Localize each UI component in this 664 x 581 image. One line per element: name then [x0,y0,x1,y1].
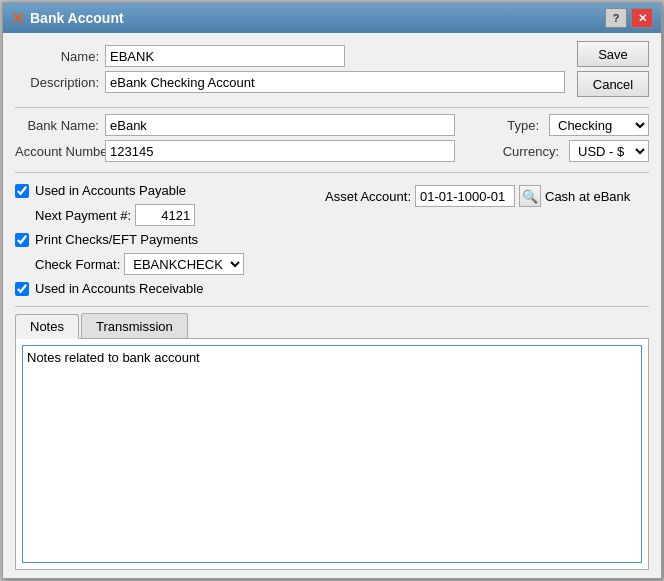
lower-section: Used in Accounts Payable Next Payment #:… [15,183,649,296]
acct-number-group: Account Number: [15,140,495,162]
accounts-payable-row: Used in Accounts Payable [15,183,315,198]
description-input[interactable] [105,71,565,93]
name-row: Name: [15,45,567,67]
divider-3 [15,306,649,307]
currency-group: Currency: USD - $ EUR - € GBP - £ [503,140,649,162]
dialog-body: Name: Description: Save Cancel Bank Name… [3,33,661,578]
divider-1 [15,107,649,108]
account-number-label: Account Number: [15,144,105,159]
type-group: Type: Checking Savings [507,114,649,136]
notes-textarea[interactable]: Notes related to bank account [22,345,642,563]
cancel-button[interactable]: Cancel [577,71,649,97]
check-format-row: Check Format: EBANKCHECK STANDARD [15,253,315,275]
bank-name-row: Bank Name: Type: Checking Savings [15,114,649,136]
next-payment-input[interactable] [135,204,195,226]
save-button[interactable]: Save [577,41,649,67]
bank-account-dialog: ✕ Bank Account ? ✕ Name: Description: S [2,2,662,579]
search-icon: 🔍 [522,189,538,204]
name-label: Name: [15,49,105,64]
asset-account-input[interactable] [415,185,515,207]
print-checks-label: Print Checks/EFT Payments [35,232,198,247]
close-button[interactable]: ✕ [631,8,653,28]
divider-2 [15,172,649,173]
tab-transmission[interactable]: Transmission [81,313,188,338]
print-checks-checkbox[interactable] [15,233,29,247]
currency-select[interactable]: USD - $ EUR - € GBP - £ [569,140,649,162]
tabs-section: Notes Transmission Notes related to bank… [15,313,649,570]
type-label: Type: [507,118,545,133]
dialog-title: Bank Account [30,10,124,26]
top-fields: Name: Description: [15,45,567,93]
bank-name-label: Bank Name: [15,118,105,133]
left-panel: Used in Accounts Payable Next Payment #:… [15,183,315,296]
check-format-label: Check Format: [35,257,120,272]
asset-account-label: Asset Account: [325,189,411,204]
accounts-payable-label: Used in Accounts Payable [35,183,186,198]
top-row: Name: Description: Save Cancel [15,41,649,97]
tab-content-notes: Notes related to bank account [15,339,649,570]
type-select[interactable]: Checking Savings [549,114,649,136]
middle-fields: Bank Name: Type: Checking Savings Accoun… [15,114,649,162]
account-number-row: Account Number: Currency: USD - $ EUR - … [15,140,649,162]
asset-account-search-button[interactable]: 🔍 [519,185,541,207]
title-bar-left: ✕ Bank Account [11,9,124,28]
description-row: Description: [15,71,567,93]
asset-account-description: Cash at eBank [545,189,630,204]
check-format-select[interactable]: EBANKCHECK STANDARD [124,253,244,275]
print-checks-row: Print Checks/EFT Payments [15,232,315,247]
title-bar: ✕ Bank Account ? ✕ [3,3,661,33]
asset-account-row: Asset Account: 🔍 Cash at eBank [325,185,649,207]
title-bar-controls: ? ✕ [605,8,653,28]
accounts-receivable-label: Used in Accounts Receivable [35,281,203,296]
next-payment-label: Next Payment #: [35,208,131,223]
bank-name-input[interactable] [105,114,455,136]
accounts-receivable-row: Used in Accounts Receivable [15,281,315,296]
bank-name-group: Bank Name: [15,114,499,136]
next-payment-row: Next Payment #: [15,204,315,226]
accounts-payable-checkbox[interactable] [15,184,29,198]
tab-notes[interactable]: Notes [15,314,79,339]
app-icon: ✕ [11,9,24,28]
tab-bar: Notes Transmission [15,313,649,339]
currency-label: Currency: [503,144,565,159]
description-label: Description: [15,75,105,90]
right-panel: Asset Account: 🔍 Cash at eBank [325,183,649,296]
account-number-input[interactable] [105,140,455,162]
name-input[interactable] [105,45,345,67]
top-buttons: Save Cancel [577,41,649,97]
accounts-receivable-checkbox[interactable] [15,282,29,296]
help-button[interactable]: ? [605,8,627,28]
